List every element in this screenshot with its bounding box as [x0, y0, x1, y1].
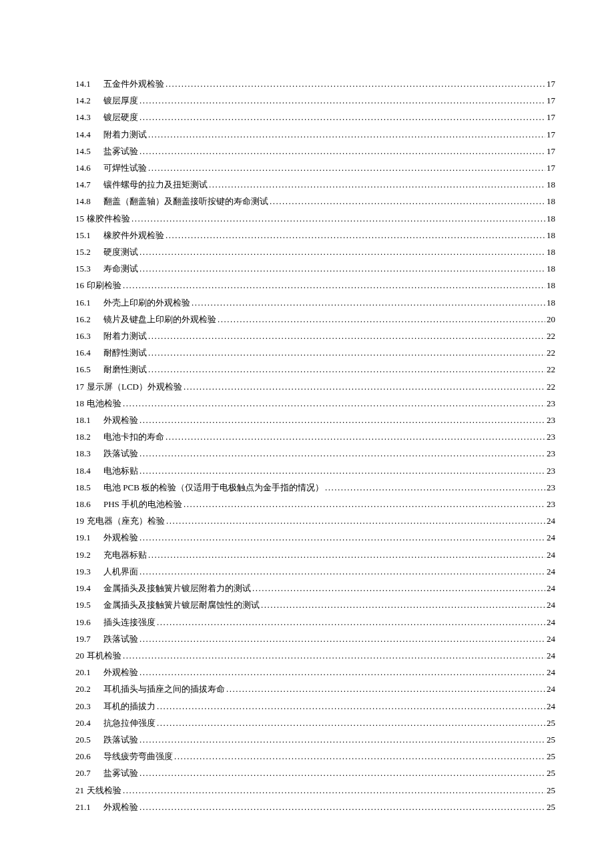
toc-title: 电池标贴 — [103, 462, 138, 479]
toc-number: 19.2 — [75, 546, 103, 563]
toc-entry[interactable]: 14.1五金件外观检验.............................… — [75, 75, 555, 92]
toc-page-number: 18 — [547, 277, 555, 294]
toc-entry[interactable]: 19.7跌落试验................................… — [75, 630, 555, 647]
toc-page-number: 18 — [547, 176, 555, 193]
toc-title: 耳机检验 — [87, 647, 121, 664]
toc-number: 20 — [75, 647, 84, 664]
toc-title: 电池检验 — [87, 395, 121, 412]
toc-title: 镶件螺母的拉力及扭矩测试 — [103, 176, 208, 193]
toc-title: 导线疲劳弯曲强度 — [103, 748, 173, 765]
toc-page-number: 24 — [547, 630, 555, 647]
toc-entry[interactable]: 21天线检验..................................… — [75, 782, 555, 799]
toc-leader-dots: ........................................… — [226, 681, 545, 697]
toc-title: 人机界面 — [103, 563, 138, 580]
toc-page-number: 20 — [547, 311, 555, 328]
toc-entry[interactable]: 18.3跌落试验................................… — [75, 445, 555, 462]
toc-title: 耳机的插拔力 — [103, 698, 156, 715]
toc-entry[interactable]: 20.2耳机插头与插座之间的插拔寿命......................… — [75, 681, 555, 697]
toc-number: 14.6 — [75, 159, 103, 176]
toc-leader-dots: ........................................… — [325, 479, 545, 496]
toc-entry[interactable]: 18.6PHS 手机的电池检验.........................… — [75, 496, 555, 512]
toc-entry[interactable]: 15.1橡胶件外观检验.............................… — [75, 227, 555, 244]
toc-page-number: 24 — [547, 681, 555, 697]
toc-entry[interactable]: 19.2充电器标贴...............................… — [75, 546, 555, 563]
toc-title: 盐雾试验 — [103, 143, 138, 159]
toc-page-number: 25 — [547, 782, 555, 799]
toc-page-number: 17 — [547, 92, 555, 109]
toc-entry[interactable]: 15.2硬度测试................................… — [75, 244, 555, 260]
toc-entry[interactable]: 15橡胶件检验.................................… — [75, 210, 555, 227]
toc-entry[interactable]: 19.6插头连接强度..............................… — [75, 614, 555, 630]
toc-entry[interactable]: 19.1外观检验................................… — [75, 529, 555, 546]
toc-entry[interactable]: 20.5跌落试验................................… — [75, 731, 555, 748]
toc-leader-dots: ........................................… — [139, 765, 545, 781]
toc-entry[interactable]: 21.1外观检验................................… — [75, 799, 555, 815]
toc-leader-dots: ........................................… — [123, 395, 545, 412]
toc-page-number: 24 — [547, 580, 555, 596]
toc-entry[interactable]: 14.3镀层硬度................................… — [75, 109, 555, 125]
toc-page-number: 17 — [547, 75, 555, 92]
toc-leader-dots: ........................................… — [270, 193, 545, 209]
toc-leader-dots: ........................................… — [148, 344, 545, 361]
toc-entry[interactable]: 14.2镀层厚度................................… — [75, 92, 555, 109]
toc-entry[interactable]: 20.4抗急拉伸强度..............................… — [75, 715, 555, 731]
toc-title: 镀层硬度 — [103, 109, 138, 125]
toc-leader-dots: ........................................… — [123, 277, 545, 294]
toc-number: 20.3 — [75, 698, 103, 715]
toc-leader-dots: ........................................… — [174, 748, 545, 765]
toc-number: 18.2 — [75, 428, 103, 445]
toc-number: 21.1 — [75, 799, 103, 815]
toc-title: 翻盖（翻盖轴）及翻盖接听按键的寿命测试 — [103, 193, 268, 209]
toc-title: 金属插头及接触簧片镀层耐腐蚀性的测试 — [103, 596, 260, 613]
toc-page-number: 23 — [547, 412, 555, 428]
toc-page-number: 22 — [547, 344, 555, 361]
toc-entry[interactable]: 14.7镶件螺母的拉力及扭矩测试........................… — [75, 176, 555, 193]
toc-page-number: 24 — [547, 664, 555, 681]
toc-entry[interactable]: 19.4金属插头及接触簧片镀层附着力的测试...................… — [75, 580, 555, 596]
toc-entry[interactable]: 16印刷检验..................................… — [75, 277, 555, 294]
toc-entry[interactable]: 16.1外壳上印刷的外观检验..........................… — [75, 294, 555, 311]
toc-entry[interactable]: 20.6导线疲劳弯曲强度............................… — [75, 748, 555, 765]
toc-entry[interactable]: 16.4耐醇性测试...............................… — [75, 344, 555, 361]
toc-number: 14.1 — [75, 75, 103, 92]
toc-entry[interactable]: 20.7盐雾试验................................… — [75, 765, 555, 781]
toc-page-number: 24 — [547, 563, 555, 580]
toc-entry[interactable]: 18电池检验..................................… — [75, 395, 555, 412]
toc-page-number: 23 — [547, 462, 555, 479]
toc-entry[interactable]: 15.3寿命测试................................… — [75, 260, 555, 277]
toc-entry[interactable]: 16.3附着力测试...............................… — [75, 328, 555, 344]
toc-entry[interactable]: 14.4附着力测试...............................… — [75, 126, 555, 143]
toc-entry[interactable]: 20.1外观检验................................… — [75, 664, 555, 681]
toc-entry[interactable]: 18.2电池卡扣的寿命.............................… — [75, 428, 555, 445]
toc-title: 可焊性试验 — [103, 159, 147, 176]
toc-entry[interactable]: 18.1外观检验................................… — [75, 412, 555, 428]
toc-entry[interactable]: 20耳机检验..................................… — [75, 647, 555, 664]
toc-leader-dots: ........................................… — [166, 75, 545, 92]
toc-page-number: 18 — [547, 227, 555, 244]
toc-title: 外壳上印刷的外观检验 — [103, 294, 190, 311]
toc-entry[interactable]: 16.2镜片及键盘上印刷的外观检验.......................… — [75, 311, 555, 328]
toc-leader-dots: ........................................… — [157, 715, 545, 731]
toc-page-number: 24 — [547, 698, 555, 715]
toc-number: 15.3 — [75, 260, 103, 277]
toc-entry[interactable]: 14.6可焊性试验...............................… — [75, 159, 555, 176]
toc-number: 20.5 — [75, 731, 103, 748]
toc-entry[interactable]: 20.3耳机的插拔力..............................… — [75, 698, 555, 715]
toc-entry[interactable]: 14.8翻盖（翻盖轴）及翻盖接听按键的寿命测试.................… — [75, 193, 555, 209]
toc-entry[interactable]: 18.4电池标贴................................… — [75, 462, 555, 479]
toc-page-number: 23 — [547, 395, 555, 412]
toc-leader-dots: ........................................… — [139, 799, 545, 815]
toc-entry[interactable]: 14.5盐雾试验................................… — [75, 143, 555, 159]
toc-entry[interactable]: 19充电器（座充）检验.............................… — [75, 512, 555, 529]
toc-title: 跌落试验 — [103, 630, 138, 647]
toc-number: 15 — [75, 210, 84, 227]
toc-title: 电池 PCB 板的检验（仅适用于电极触点为金手指的情况） — [103, 479, 324, 496]
toc-entry[interactable]: 18.5电池 PCB 板的检验（仅适用于电极触点为金手指的情况）........… — [75, 479, 555, 496]
toc-entry[interactable]: 16.5耐磨性测试...............................… — [75, 361, 555, 378]
toc-entry[interactable]: 17显示屏（LCD）外观检验..........................… — [75, 378, 555, 395]
toc-entry[interactable]: 19.3人机界面................................… — [75, 563, 555, 580]
toc-leader-dots: ........................................… — [139, 143, 545, 159]
toc-entry[interactable]: 19.5金属插头及接触簧片镀层耐腐蚀性的测试..................… — [75, 596, 555, 613]
toc-title: 寿命测试 — [103, 260, 138, 277]
toc-page-number: 23 — [547, 496, 555, 512]
